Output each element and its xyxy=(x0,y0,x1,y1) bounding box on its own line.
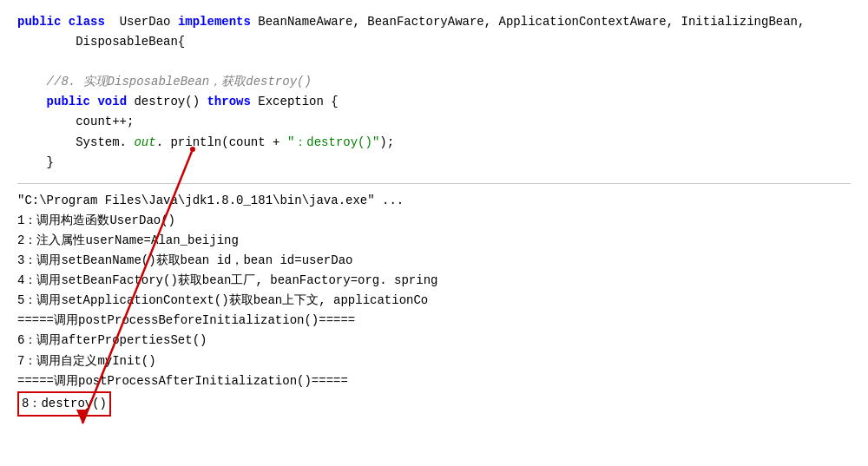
code-method-sig: public void destroy() throws Exception { xyxy=(17,92,851,112)
output-line6: =====调用postProcessBeforeInitialization()… xyxy=(17,311,851,331)
code-blank1 xyxy=(17,52,851,72)
highlight-destroy: 8：destroy() xyxy=(17,391,111,417)
class-name: UserDao implements BeanNameAware, BeanFa… xyxy=(112,15,805,29)
keyword-throws: throws xyxy=(207,95,250,108)
keyword-void: void xyxy=(97,95,127,108)
code-section: public class UserDao implements BeanName… xyxy=(17,9,851,176)
code-comment-destroy: //8. 实现DisposableBean，获取destroy() xyxy=(17,72,851,92)
output-line3: 3：调用setBeanName()获取bean id，bean id=userD… xyxy=(17,251,851,271)
output-line2: 2：注入属性userName=Alan_beijing xyxy=(17,231,851,251)
section-divider xyxy=(17,183,851,184)
output-line5: 5：调用setApplicationContext()获取bean上下文, ap… xyxy=(17,291,851,311)
output-line1: 1：调用构造函数UserDao() xyxy=(17,211,851,231)
code-body1: count++; xyxy=(17,112,851,132)
code-body2: System. out. println(count + "：destroy()… xyxy=(17,133,851,153)
output-line8: 7：调用自定义myInit() xyxy=(17,351,851,371)
keyword-public2: public xyxy=(47,95,90,108)
output-section: "C:\Program Files\Java\jdk1.8.0_181\bin\… xyxy=(17,191,851,417)
output-line7: 6：调用afterPropertiesSet() xyxy=(17,331,851,351)
output-line4: 4：调用setBeanFactory()获取bean工厂, beanFactor… xyxy=(17,271,851,291)
code-close-brace: } xyxy=(17,153,851,173)
keyword-public1: public xyxy=(17,15,61,29)
output-line9: =====调用postProcessAfterInitialization()=… xyxy=(17,371,851,391)
main-container: public class UserDao implements BeanName… xyxy=(0,0,868,466)
output-line10: 8：destroy() xyxy=(17,391,851,417)
keyword-class: class xyxy=(69,15,105,29)
code-line-class1: public class UserDao implements BeanName… xyxy=(17,12,851,32)
string-literal: "：destroy()" xyxy=(287,135,379,149)
output-java-path: "C:\Program Files\Java\jdk1.8.0_181\bin\… xyxy=(17,191,851,211)
keyword-out: out xyxy=(134,135,155,149)
code-line-class2: DisposableBean{ xyxy=(17,32,851,52)
